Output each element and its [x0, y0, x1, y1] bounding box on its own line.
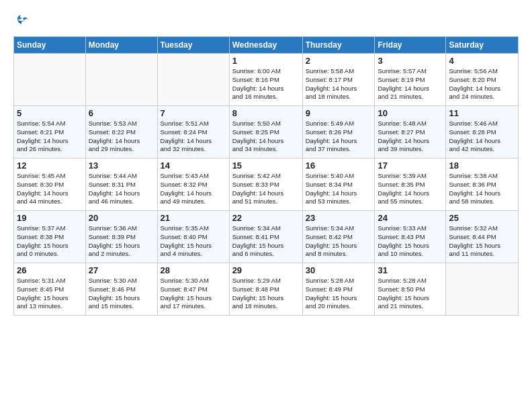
cell-info: Sunrise: 5:45 AM Sunset: 8:30 PM Dayligh…	[17, 172, 83, 206]
cell-info: Sunrise: 5:31 AM Sunset: 8:45 PM Dayligh…	[17, 277, 83, 311]
calendar-page: SundayMondayTuesdayWednesdayThursdayFrid…	[0, 0, 532, 411]
day-number: 26	[17, 265, 83, 275]
calendar-cell: 22Sunrise: 5:34 AM Sunset: 8:41 PM Dayli…	[229, 211, 302, 263]
calendar-cell: 15Sunrise: 5:42 AM Sunset: 8:33 PM Dayli…	[229, 158, 302, 211]
calendar-cell: 16Sunrise: 5:40 AM Sunset: 8:34 PM Dayli…	[302, 158, 375, 211]
calendar-week-row: 19Sunrise: 5:37 AM Sunset: 8:38 PM Dayli…	[14, 211, 519, 263]
logo-icon	[13, 11, 32, 30]
day-number: 19	[17, 213, 83, 223]
cell-info: Sunrise: 5:28 AM Sunset: 8:49 PM Dayligh…	[306, 277, 372, 311]
cell-info: Sunrise: 5:34 AM Sunset: 8:41 PM Dayligh…	[232, 224, 300, 259]
day-number: 3	[378, 56, 443, 66]
cell-info: Sunrise: 6:00 AM Sunset: 8:16 PM Dayligh…	[232, 67, 300, 101]
cell-info: Sunrise: 5:29 AM Sunset: 8:48 PM Dayligh…	[232, 277, 300, 311]
day-number: 25	[449, 213, 515, 223]
day-number: 31	[378, 265, 443, 275]
day-number: 13	[89, 161, 154, 171]
calendar-cell: 21Sunrise: 5:35 AM Sunset: 8:40 PM Dayli…	[157, 211, 229, 263]
calendar-cell: 31Sunrise: 5:28 AM Sunset: 8:50 PM Dayli…	[375, 263, 446, 316]
cell-info: Sunrise: 5:57 AM Sunset: 8:19 PM Dayligh…	[378, 67, 443, 101]
day-number: 4	[449, 56, 515, 66]
calendar-cell: 1Sunrise: 6:00 AM Sunset: 8:16 PM Daylig…	[229, 54, 302, 106]
cell-info: Sunrise: 5:49 AM Sunset: 8:26 PM Dayligh…	[306, 120, 372, 154]
day-number: 24	[378, 213, 443, 223]
calendar-header-row: SundayMondayTuesdayWednesdayThursdayFrid…	[14, 37, 519, 54]
day-number: 20	[89, 213, 154, 223]
cell-info: Sunrise: 5:28 AM Sunset: 8:50 PM Dayligh…	[378, 277, 443, 311]
calendar-cell: 29Sunrise: 5:29 AM Sunset: 8:48 PM Dayli…	[229, 263, 302, 316]
calendar-week-row: 12Sunrise: 5:45 AM Sunset: 8:30 PM Dayli…	[14, 158, 519, 211]
day-number: 17	[378, 161, 443, 171]
calendar-cell: 18Sunrise: 5:38 AM Sunset: 8:36 PM Dayli…	[446, 158, 519, 211]
cell-info: Sunrise: 5:44 AM Sunset: 8:31 PM Dayligh…	[89, 172, 154, 206]
calendar-week-row: 26Sunrise: 5:31 AM Sunset: 8:45 PM Dayli…	[14, 263, 519, 316]
day-number: 6	[89, 108, 154, 118]
calendar-week-row: 5Sunrise: 5:54 AM Sunset: 8:21 PM Daylig…	[14, 106, 519, 158]
calendar-cell	[14, 54, 86, 106]
day-number: 22	[232, 213, 300, 223]
day-number: 21	[161, 213, 226, 223]
cell-info: Sunrise: 5:43 AM Sunset: 8:32 PM Dayligh…	[161, 172, 226, 206]
day-number: 10	[378, 108, 443, 118]
calendar-cell	[157, 54, 229, 106]
calendar-cell: 26Sunrise: 5:31 AM Sunset: 8:45 PM Dayli…	[14, 263, 86, 316]
day-number: 29	[232, 265, 300, 275]
day-of-week-header: Saturday	[446, 37, 519, 54]
day-number: 30	[306, 265, 372, 275]
calendar-cell: 14Sunrise: 5:43 AM Sunset: 8:32 PM Dayli…	[157, 158, 229, 211]
day-number: 23	[306, 213, 372, 223]
cell-info: Sunrise: 5:39 AM Sunset: 8:35 PM Dayligh…	[378, 172, 443, 206]
day-number: 28	[161, 265, 226, 275]
calendar-cell: 13Sunrise: 5:44 AM Sunset: 8:31 PM Dayli…	[85, 158, 157, 211]
calendar-table: SundayMondayTuesdayWednesdayThursdayFrid…	[13, 36, 519, 316]
calendar-cell: 9Sunrise: 5:49 AM Sunset: 8:26 PM Daylig…	[302, 106, 375, 158]
cell-info: Sunrise: 5:50 AM Sunset: 8:25 PM Dayligh…	[232, 120, 300, 154]
day-number: 18	[449, 161, 515, 171]
cell-info: Sunrise: 5:53 AM Sunset: 8:22 PM Dayligh…	[89, 120, 154, 154]
calendar-cell: 20Sunrise: 5:36 AM Sunset: 8:39 PM Dayli…	[85, 211, 157, 263]
cell-info: Sunrise: 5:48 AM Sunset: 8:27 PM Dayligh…	[378, 120, 443, 154]
calendar-cell: 30Sunrise: 5:28 AM Sunset: 8:49 PM Dayli…	[302, 263, 375, 316]
cell-info: Sunrise: 5:40 AM Sunset: 8:34 PM Dayligh…	[306, 172, 372, 206]
cell-info: Sunrise: 5:37 AM Sunset: 8:38 PM Dayligh…	[17, 224, 83, 259]
calendar-cell: 7Sunrise: 5:51 AM Sunset: 8:24 PM Daylig…	[157, 106, 229, 158]
calendar-cell: 2Sunrise: 5:58 AM Sunset: 8:17 PM Daylig…	[302, 54, 375, 106]
day-number: 14	[161, 161, 226, 171]
day-of-week-header: Wednesday	[229, 37, 302, 54]
day-number: 8	[232, 108, 300, 118]
calendar-cell: 8Sunrise: 5:50 AM Sunset: 8:25 PM Daylig…	[229, 106, 302, 158]
day-number: 16	[306, 161, 372, 171]
calendar-cell: 23Sunrise: 5:34 AM Sunset: 8:42 PM Dayli…	[302, 211, 375, 263]
day-of-week-header: Tuesday	[157, 37, 229, 54]
calendar-cell: 6Sunrise: 5:53 AM Sunset: 8:22 PM Daylig…	[85, 106, 157, 158]
day-of-week-header: Thursday	[302, 37, 375, 54]
day-of-week-header: Friday	[375, 37, 446, 54]
cell-info: Sunrise: 5:32 AM Sunset: 8:44 PM Dayligh…	[449, 224, 515, 259]
day-of-week-header: Sunday	[14, 37, 86, 54]
calendar-cell: 11Sunrise: 5:46 AM Sunset: 8:28 PM Dayli…	[446, 106, 519, 158]
cell-info: Sunrise: 5:58 AM Sunset: 8:17 PM Dayligh…	[306, 67, 372, 101]
calendar-body: 1Sunrise: 6:00 AM Sunset: 8:16 PM Daylig…	[14, 54, 519, 316]
calendar-cell: 12Sunrise: 5:45 AM Sunset: 8:30 PM Dayli…	[14, 158, 86, 211]
day-number: 7	[161, 108, 226, 118]
calendar-cell: 5Sunrise: 5:54 AM Sunset: 8:21 PM Daylig…	[14, 106, 86, 158]
header	[13, 11, 519, 30]
calendar-cell	[85, 54, 157, 106]
day-number: 11	[449, 108, 515, 118]
cell-info: Sunrise: 5:38 AM Sunset: 8:36 PM Dayligh…	[449, 172, 515, 206]
cell-info: Sunrise: 5:36 AM Sunset: 8:39 PM Dayligh…	[89, 224, 154, 259]
day-number: 15	[232, 161, 300, 171]
day-of-week-header: Monday	[85, 37, 157, 54]
calendar-week-row: 1Sunrise: 6:00 AM Sunset: 8:16 PM Daylig…	[14, 54, 519, 106]
calendar-cell: 3Sunrise: 5:57 AM Sunset: 8:19 PM Daylig…	[375, 54, 446, 106]
calendar-cell: 28Sunrise: 5:30 AM Sunset: 8:47 PM Dayli…	[157, 263, 229, 316]
calendar-cell: 24Sunrise: 5:33 AM Sunset: 8:43 PM Dayli…	[375, 211, 446, 263]
cell-info: Sunrise: 5:30 AM Sunset: 8:46 PM Dayligh…	[89, 277, 154, 311]
cell-info: Sunrise: 5:56 AM Sunset: 8:20 PM Dayligh…	[449, 67, 515, 101]
day-number: 9	[306, 108, 372, 118]
cell-info: Sunrise: 5:42 AM Sunset: 8:33 PM Dayligh…	[232, 172, 300, 206]
cell-info: Sunrise: 5:46 AM Sunset: 8:28 PM Dayligh…	[449, 120, 515, 154]
logo	[13, 11, 35, 30]
day-number: 12	[17, 161, 83, 171]
calendar-cell: 17Sunrise: 5:39 AM Sunset: 8:35 PM Dayli…	[375, 158, 446, 211]
